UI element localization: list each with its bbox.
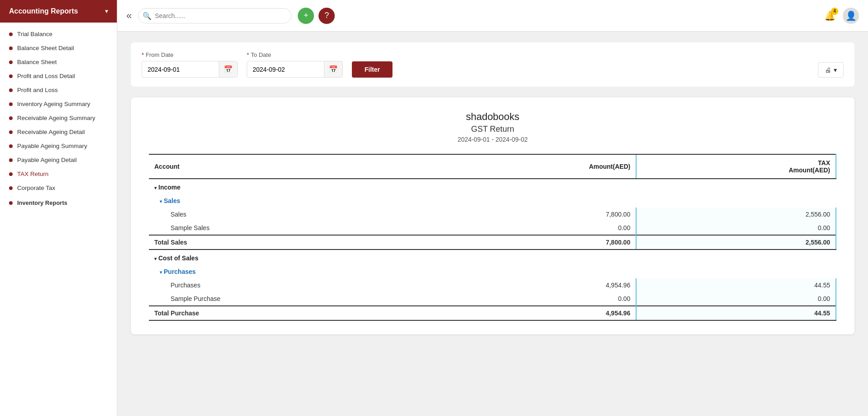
cell-account: Sales [149,208,438,221]
report-tbody: ▾Income▾SalesSales7,800.002,556.00Sample… [149,179,836,320]
total-amount: 4,954.96 [438,306,636,320]
back-button[interactable]: « [126,10,132,22]
to-date-calendar-button[interactable]: 📅 [324,61,342,77]
col-amount-header: Amount(AED) [438,154,636,179]
report-title: GST Return [149,125,836,134]
section-row-cost-of-sales[interactable]: ▾Cost of Sales [149,250,836,265]
help-button[interactable]: ? [319,8,335,24]
search-input[interactable] [138,8,291,23]
bullet-icon [9,144,13,148]
sidebar-item-receivable-ageing-summary[interactable]: Receivable Ageing Summary [0,111,117,125]
cell-account: Sample Sales [149,221,438,235]
col-tax-header: TAXAmount(AED) [636,154,836,179]
table-row: Sample Purchase0.000.00 [149,292,836,306]
sidebar-title: Accounting Reports [9,7,78,15]
table-header-row: Account Amount(AED) TAXAmount(AED) [149,154,836,179]
sidebar-section-inventory[interactable]: Inventory Reports [0,195,117,211]
to-date-label: *To Date [247,51,343,58]
total-row-purchases: Total Purchase4,954.9644.55 [149,306,836,320]
sidebar-item-profit-loss-detail[interactable]: Profit and Loss Detail [0,69,117,83]
report-card: shadobooks GST Return 2024-09-01 - 2024-… [131,97,854,334]
cell-amount: 7,800.00 [438,208,636,221]
table-row: Purchases4,954.9644.55 [149,278,836,292]
bullet-icon [9,60,13,64]
filter-button[interactable]: Filter [352,61,392,78]
print-button[interactable]: 🖨 ▾ [818,62,844,78]
avatar[interactable]: 👤 [843,8,859,24]
bullet-icon [9,130,13,134]
cell-tax: 2,556.00 [636,208,836,221]
sidebar-nav: Trial BalanceBalance Sheet DetailBalance… [0,23,117,215]
total-row-sales: Total Sales7,800.002,556.00 [149,235,836,250]
print-chevron: ▾ [834,66,837,74]
sidebar-item-tax-return[interactable]: TAX Return [0,167,117,181]
section-row-income[interactable]: ▾Income [149,179,836,194]
sidebar-section-inventory-label: Inventory Reports [17,199,67,206]
topbar-right: 🔔 4 👤 [824,8,859,24]
from-date-group: *From Date 📅 [142,51,238,78]
table-row: Sales7,800.002,556.00 [149,208,836,221]
sidebar-item-label: Profit and Loss [17,87,58,93]
report-header: shadobooks GST Return 2024-09-01 - 2024-… [149,111,836,143]
cell-account: Purchases [149,278,438,292]
sidebar-item-label: Payable Ageing Summary [17,143,87,149]
content-area: *From Date 📅 *To Date 📅 Filter 🖨 [117,32,868,416]
cell-tax: 0.00 [636,292,836,306]
bullet-icon [9,88,13,92]
filter-bar: *From Date 📅 *To Date 📅 Filter 🖨 [131,42,854,87]
cell-tax: 44.55 [636,278,836,292]
sidebar-item-payable-ageing-summary[interactable]: Payable Ageing Summary [0,139,117,153]
table-row: Sample Sales0.000.00 [149,221,836,235]
bullet-icon [9,74,13,78]
sidebar-item-balance-sheet-detail[interactable]: Balance Sheet Detail [0,41,117,55]
add-button[interactable]: + [298,8,314,24]
cell-amount: 0.00 [438,221,636,235]
search-wrapper: 🔍 [138,8,291,23]
sidebar-item-trial-balance[interactable]: Trial Balance [0,27,117,41]
sidebar-item-inventory-ageing-summary[interactable]: Inventory Ageing Summary [0,97,117,111]
sidebar-item-profit-loss[interactable]: Profit and Loss [0,83,117,97]
cell-account: Sample Purchase [149,292,438,306]
total-label: Total Sales [149,235,438,250]
col-account-header: Account [149,154,438,179]
to-date-input[interactable] [247,62,324,77]
cell-amount: 4,954.96 [438,278,636,292]
sidebar-item-receivable-ageing-detail[interactable]: Receivable Ageing Detail [0,125,117,139]
total-label: Total Purchase [149,306,438,320]
report-period: 2024-09-01 - 2024-09-02 [149,136,836,143]
from-date-input[interactable] [142,62,219,77]
bullet-icon [9,102,13,106]
from-date-wrapper: 📅 [142,61,238,78]
bullet-icon [9,186,13,190]
sidebar-item-corporate-tax[interactable]: Corporate Tax [0,181,117,195]
sidebar-item-balance-sheet[interactable]: Balance Sheet [0,55,117,69]
main-area: « 🔍 + ? 🔔 4 👤 *From Date [117,0,868,416]
sidebar: Accounting Reports ▾ Trial BalanceBalanc… [0,0,117,416]
sidebar-item-label: Trial Balance [17,31,52,37]
sidebar-header[interactable]: Accounting Reports ▾ [0,0,117,23]
print-icon: 🖨 [825,66,831,74]
total-amount: 7,800.00 [438,235,636,250]
subsection-row-sales[interactable]: ▾Sales [149,194,836,208]
sidebar-item-label: Payable Ageing Detail [17,157,77,163]
notification-icon[interactable]: 🔔 4 [824,10,836,21]
sidebar-item-label: Balance Sheet Detail [17,45,74,51]
sidebar-item-label: TAX Return [17,171,49,177]
notification-badge: 4 [831,8,838,15]
to-date-wrapper: 📅 [247,61,343,78]
report-company: shadobooks [149,111,836,123]
sidebar-chevron-icon: ▾ [105,8,108,14]
sidebar-item-payable-ageing-detail[interactable]: Payable Ageing Detail [0,153,117,167]
sidebar-item-label: Receivable Ageing Detail [17,129,85,135]
sidebar-item-label: Profit and Loss Detail [17,73,75,79]
sidebar-item-label: Corporate Tax [17,185,55,191]
to-date-group: *To Date 📅 [247,51,343,78]
total-tax: 2,556.00 [636,235,836,250]
bullet-icon [9,158,13,162]
bullet-icon [9,172,13,176]
report-table: Account Amount(AED) TAXAmount(AED) ▾Inco… [149,154,836,321]
subsection-row-purchases[interactable]: ▾Purchases [149,265,836,278]
total-tax: 44.55 [636,306,836,320]
from-date-calendar-button[interactable]: 📅 [219,61,237,77]
bullet-icon [9,46,13,50]
